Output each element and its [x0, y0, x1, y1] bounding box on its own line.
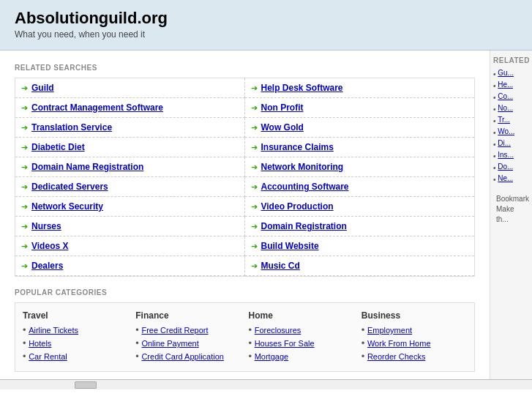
bookmark-text: Bookmark — [496, 194, 526, 204]
list-item: Di... — [493, 139, 529, 149]
list-item: Reorder Checks — [361, 351, 467, 362]
scrollbar-thumb[interactable] — [75, 381, 97, 389]
popular-categories-section: POPULAR CATEGORIES Travel Airline Ticket… — [15, 288, 475, 372]
video-production-link[interactable]: Video Production — [261, 201, 334, 212]
sidebar-link-8[interactable]: Do... — [498, 163, 513, 171]
list-item: ➔ Domain Name Registration — [15, 157, 245, 177]
car-rental-link[interactable]: Car Rental — [29, 352, 67, 361]
arrow-icon: ➔ — [251, 242, 258, 251]
list-item: No... — [493, 104, 529, 113]
diabetic-link[interactable]: Diabetic Diet — [31, 142, 85, 152]
arrow-icon: ➔ — [251, 222, 258, 231]
employment-link[interactable]: Employment — [367, 326, 412, 335]
list-item: ➔ Accounting Software — [245, 177, 475, 197]
list-item: Credit Card Application — [135, 351, 241, 362]
arrow-icon: ➔ — [21, 103, 28, 113]
list-item: Free Credit Report — [135, 324, 241, 335]
nurses-link[interactable]: Nurses — [31, 221, 61, 231]
free-credit-report-link[interactable]: Free Credit Report — [141, 326, 208, 335]
list-item: Tr... — [493, 116, 529, 125]
list-item: ➔ Videos X — [15, 236, 245, 256]
sidebar-link-6[interactable]: Di... — [498, 139, 511, 147]
content-area: RELATED SEARCHES ➔ Guild ➔ Help Desk Sof… — [0, 51, 490, 379]
list-item: ➔ Help Desk Software — [245, 78, 475, 98]
sidebar-links-list: Gu... He... Co... No... Tr... Wo... Di..… — [493, 69, 529, 184]
site-title: Absolutionguild.org — [15, 9, 517, 28]
make-text: Make th... — [496, 204, 526, 225]
non-profit-link[interactable]: Non Profit — [261, 102, 304, 113]
list-item: Ne... — [493, 174, 529, 184]
accounting-link[interactable]: Accounting Software — [261, 182, 349, 192]
sidebar-related-label: RELATED — [493, 56, 529, 64]
list-item: ➔ Translation Service — [15, 118, 245, 138]
wow-gold-link[interactable]: Wow Gold — [261, 122, 304, 133]
categories-grid: Travel Airline Tickets Hotels Car Rental… — [15, 302, 475, 372]
arrow-icon: ➔ — [21, 222, 28, 231]
list-item: ➔ Build Website — [245, 236, 475, 256]
list-item: Car Rental — [23, 351, 128, 362]
list-item: ➔ Diabetic Diet — [15, 138, 245, 157]
sidebar-link-3[interactable]: No... — [498, 104, 513, 112]
list-item: ➔ Video Production — [245, 197, 475, 217]
arrow-icon: ➔ — [21, 83, 28, 93]
insurance-link[interactable]: Insurance Claims — [261, 142, 334, 152]
dedicated-link[interactable]: Dedicated Servers — [31, 182, 108, 192]
list-item: ➔ Insurance Claims — [245, 138, 475, 157]
list-item: ➔ Contract Management Software — [15, 98, 245, 118]
sidebar-link-7[interactable]: Ins... — [498, 151, 514, 159]
arrow-icon: ➔ — [251, 163, 258, 172]
houses-for-sale-link[interactable]: Houses For Sale — [255, 339, 315, 348]
list-item: ➔ Dedicated Servers — [15, 177, 245, 197]
list-item: Work From Home — [361, 338, 467, 348]
sidebar-link-9[interactable]: Ne... — [498, 174, 513, 182]
videos-x-link[interactable]: Videos X — [31, 241, 68, 251]
credit-card-link[interactable]: Credit Card Application — [141, 352, 224, 361]
arrow-icon: ➔ — [251, 182, 258, 192]
sidebar-link-1[interactable]: He... — [498, 81, 513, 89]
category-finance-title: Finance — [135, 310, 241, 321]
foreclosures-link[interactable]: Foreclosures — [255, 326, 301, 335]
category-business: Business Employment Work From Home Reord… — [361, 310, 467, 364]
list-item: ➔ Dealers — [15, 256, 245, 276]
dealers-link[interactable]: Dealers — [31, 261, 63, 271]
domain-registration-link[interactable]: Domain Registration — [261, 221, 347, 231]
bottom-scrollbar[interactable] — [0, 379, 532, 389]
mortgage-link[interactable]: Mortgage — [255, 352, 288, 361]
work-from-home-link[interactable]: Work From Home — [367, 339, 431, 348]
links-grid: ➔ Guild ➔ Help Desk Software ➔ Contract … — [15, 78, 475, 277]
translation-link[interactable]: Translation Service — [31, 122, 112, 133]
network-security-link[interactable]: Network Security — [31, 201, 103, 212]
arrow-icon: ➔ — [21, 242, 28, 251]
hotels-link[interactable]: Hotels — [29, 339, 51, 348]
domain-name-link[interactable]: Domain Name Registration — [31, 162, 143, 172]
help-desk-link[interactable]: Help Desk Software — [261, 83, 343, 93]
airline-tickets-link[interactable]: Airline Tickets — [29, 326, 78, 335]
arrow-icon: ➔ — [21, 123, 28, 133]
list-item: Online Payment — [135, 338, 241, 348]
contract-link[interactable]: Contract Management Software — [31, 102, 163, 113]
guild-link[interactable]: Guild — [31, 83, 54, 93]
sidebar-link-0[interactable]: Gu... — [498, 69, 514, 77]
category-travel-list: Airline Tickets Hotels Car Rental — [23, 324, 128, 362]
list-item: Gu... — [493, 69, 529, 78]
list-item: ➔ Network Security — [15, 197, 245, 217]
header: Absolutionguild.org What you need, when … — [0, 0, 532, 51]
online-payment-link[interactable]: Online Payment — [141, 339, 198, 348]
main-container: RELATED SEARCHES ➔ Guild ➔ Help Desk Sof… — [0, 51, 532, 379]
sidebar-link-4[interactable]: Tr... — [498, 116, 510, 124]
list-item: Employment — [361, 324, 467, 335]
list-item: Ins... — [493, 151, 529, 160]
music-cd-link[interactable]: Music Cd — [261, 261, 300, 271]
reorder-checks-link[interactable]: Reorder Checks — [367, 352, 425, 361]
list-item: Hotels — [23, 338, 128, 348]
arrow-icon: ➔ — [21, 202, 28, 212]
category-business-title: Business — [361, 310, 467, 321]
build-website-link[interactable]: Build Website — [261, 241, 319, 251]
arrow-icon: ➔ — [251, 103, 258, 113]
sidebar-link-2[interactable]: Co... — [498, 92, 513, 100]
network-monitoring-link[interactable]: Network Monitoring — [261, 162, 344, 172]
popular-categories-label: POPULAR CATEGORIES — [15, 288, 475, 297]
category-home: Home Foreclosures Houses For Sale Mortga… — [249, 310, 354, 364]
sidebar-link-5[interactable]: Wo... — [498, 127, 514, 135]
arrow-icon: ➔ — [21, 163, 28, 172]
